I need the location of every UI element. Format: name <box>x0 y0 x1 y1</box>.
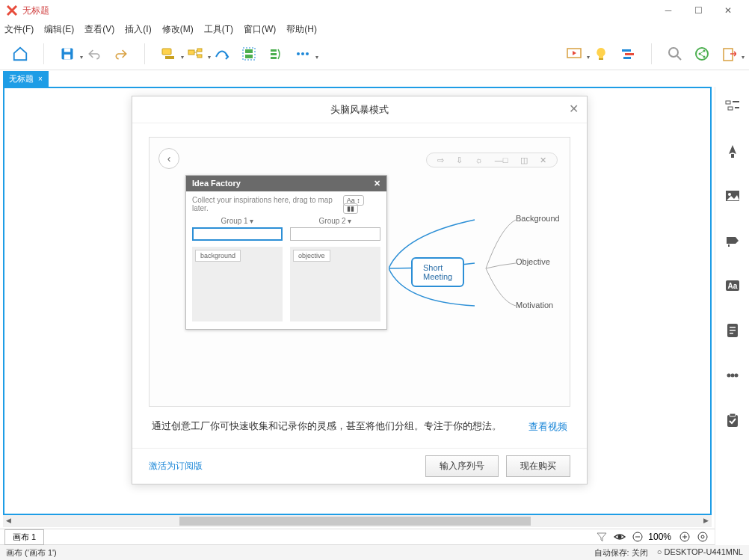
window-title: 无标题 <box>22 4 653 17</box>
svg-point-16 <box>306 52 309 55</box>
svg-rect-6 <box>197 49 202 52</box>
svg-rect-27 <box>724 49 733 61</box>
gantt-button[interactable] <box>617 43 639 65</box>
notes-icon[interactable] <box>724 321 742 339</box>
group2-area: objective <box>290 247 380 321</box>
svg-rect-3 <box>162 49 171 55</box>
minimize-button[interactable]: ─ <box>653 0 683 21</box>
svg-rect-36 <box>735 107 739 108</box>
svg-rect-41 <box>728 244 730 247</box>
svg-point-14 <box>297 52 300 55</box>
svg-rect-21 <box>623 57 631 59</box>
idea-hint: Collect your inspirations here, drag to … <box>192 196 341 212</box>
boundary-button[interactable] <box>238 43 260 65</box>
menubar: 文件(F) 编辑(E) 查看(V) 插入(I) 修改(M) 工具(T) 窗口(W… <box>0 21 749 37</box>
menu-window[interactable]: 窗口(W) <box>244 23 276 36</box>
child-node-2: Objective <box>516 257 550 266</box>
zoom-out-button[interactable] <box>630 530 645 544</box>
svg-text:Aa: Aa <box>727 282 737 290</box>
buy-now-button[interactable]: 现在购买 <box>506 455 570 477</box>
menu-modify[interactable]: 修改(M) <box>162 23 194 36</box>
dialog-header: 头脑风暴模式 ✕ <box>132 96 587 123</box>
svg-point-32 <box>701 535 704 538</box>
document-tab[interactable]: 无标题 × <box>3 71 49 87</box>
tag-objective: objective <box>293 250 330 262</box>
task-icon[interactable] <box>724 411 742 429</box>
svg-rect-37 <box>731 154 734 158</box>
dialog-close-button[interactable]: ✕ <box>566 101 581 116</box>
home-button[interactable] <box>9 43 31 65</box>
idea-button[interactable] <box>590 43 612 65</box>
canvas[interactable]: 头脑风暴模式 ✕ ‹ ⇨ ⇩ ☼ —□ ◫ ✕ <box>3 87 712 515</box>
watch-video-link[interactable]: 查看视频 <box>528 420 567 434</box>
undo-button[interactable] <box>83 43 105 65</box>
relationship-button[interactable] <box>211 43 233 65</box>
scrollbar-thumb[interactable] <box>179 517 531 526</box>
svg-point-50 <box>734 374 738 378</box>
svg-point-23 <box>696 48 708 60</box>
group1-area: background <box>192 247 283 321</box>
filter-icon[interactable] <box>594 530 609 544</box>
svg-rect-20 <box>625 53 634 55</box>
svg-rect-12 <box>271 53 277 55</box>
idea-factory-close-icon: ✕ <box>374 179 380 188</box>
summary-button[interactable] <box>265 43 287 65</box>
maximize-button[interactable]: ☐ <box>683 0 713 21</box>
activate-link[interactable]: 激活为订阅版 <box>149 460 203 473</box>
search-button[interactable] <box>664 43 686 65</box>
presentation-button[interactable] <box>563 43 585 65</box>
svg-rect-2 <box>64 54 70 59</box>
topic-button[interactable] <box>157 43 179 65</box>
close-icon: ✕ <box>540 156 546 165</box>
menu-tools[interactable]: 工具(T) <box>204 23 233 36</box>
menu-insert[interactable]: 插入(I) <box>125 23 151 36</box>
svg-rect-18 <box>599 58 603 60</box>
arrow-down-icon: ⇩ <box>456 156 463 165</box>
group2-input[interactable] <box>290 227 380 241</box>
enter-serial-button[interactable]: 输入序列号 <box>425 455 499 477</box>
text-icon[interactable]: Aa <box>724 277 742 295</box>
image-icon[interactable] <box>724 187 742 205</box>
menu-help[interactable]: 帮助(H) <box>286 23 317 36</box>
tab-close-icon[interactable]: × <box>38 75 43 83</box>
more-button[interactable] <box>292 43 314 65</box>
sheet-tab[interactable]: 画布 1 <box>4 529 44 545</box>
zoom-level: 100% <box>648 532 671 542</box>
svg-rect-4 <box>165 56 174 59</box>
main-toolbar <box>0 37 749 70</box>
idea-factory-title: Idea Factory <box>192 179 241 188</box>
comments-icon[interactable] <box>724 366 742 384</box>
sheet-bar: 画布 1 100% <box>0 529 715 545</box>
arrow-right-icon: ⇨ <box>437 156 444 165</box>
svg-rect-13 <box>271 57 277 59</box>
subtopic-button[interactable] <box>184 43 206 65</box>
redo-button[interactable] <box>110 43 132 65</box>
status-left: 画布 ('画布 1') <box>6 547 57 559</box>
group1-input[interactable] <box>192 227 283 241</box>
horizontal-scrollbar[interactable] <box>3 515 712 527</box>
outline-icon[interactable] <box>724 97 742 115</box>
svg-rect-11 <box>271 49 277 52</box>
line-icon: —□ <box>495 156 508 164</box>
right-panel: Aa <box>715 87 749 545</box>
close-window-button[interactable]: ✕ <box>713 0 743 21</box>
svg-point-49 <box>730 374 734 378</box>
fit-button[interactable] <box>695 530 710 544</box>
svg-rect-8 <box>245 49 253 53</box>
dialog-title: 头脑风暴模式 <box>330 103 389 117</box>
menu-file[interactable]: 文件(F) <box>4 23 34 36</box>
svg-rect-33 <box>726 101 730 104</box>
share-button[interactable] <box>691 43 713 65</box>
zoom-in-button[interactable] <box>677 530 692 544</box>
svg-rect-5 <box>188 50 194 55</box>
save-button[interactable] <box>56 43 78 65</box>
format-icon[interactable] <box>724 142 742 160</box>
menu-view[interactable]: 查看(V) <box>84 23 114 36</box>
menu-edit[interactable]: 编辑(E) <box>44 23 74 36</box>
marker-icon[interactable] <box>724 232 742 250</box>
brainstorm-dialog: 头脑风暴模式 ✕ ‹ ⇨ ⇩ ☼ —□ ◫ ✕ <box>132 96 588 484</box>
eye-icon[interactable] <box>612 530 627 544</box>
export-button[interactable] <box>718 43 740 65</box>
svg-point-22 <box>669 48 678 57</box>
back-button[interactable]: ‹ <box>158 148 179 169</box>
